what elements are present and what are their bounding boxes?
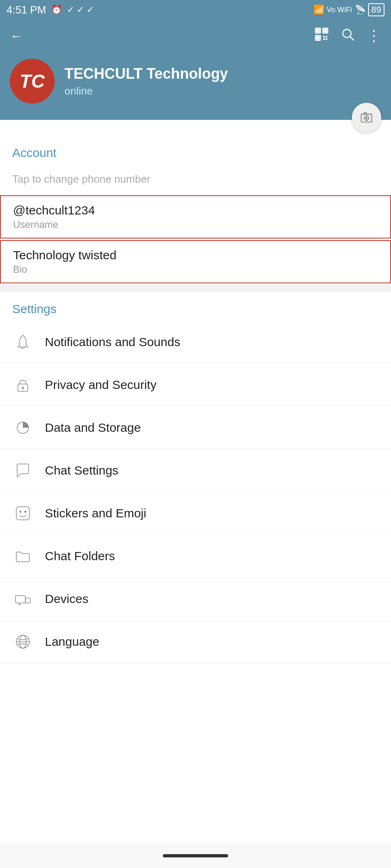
bio-field[interactable]: Technology twisted Bio	[0, 240, 391, 283]
svg-rect-5	[317, 37, 319, 39]
svg-rect-8	[323, 38, 325, 40]
language-item[interactable]: Language	[0, 621, 391, 663]
chat-folders-label: Chat Folders	[45, 549, 115, 563]
username-field[interactable]: @techcult1234 Username	[0, 195, 391, 239]
back-button[interactable]: ←	[10, 29, 23, 44]
chart-icon	[12, 417, 33, 438]
bottom-padding	[0, 663, 391, 704]
settings-section: Settings Notifications and Sounds	[0, 292, 391, 663]
globe-icon	[12, 631, 33, 652]
bell-icon	[12, 331, 33, 353]
section-divider	[0, 285, 391, 292]
status-time: 4:51 PM ⏰ ✓ ✓ ✓	[7, 4, 94, 16]
chat-icon	[12, 460, 33, 481]
data-storage-label: Data and Storage	[45, 421, 141, 435]
home-indicator	[163, 854, 228, 857]
username-value: @techcult1234	[13, 203, 378, 217]
data-storage-item[interactable]: Data and Storage	[0, 406, 391, 449]
svg-point-10	[343, 29, 351, 38]
lock-icon	[12, 374, 33, 395]
profile-status: online	[64, 85, 228, 97]
status-bar: 4:51 PM ⏰ ✓ ✓ ✓ 📶 Vo WiFi 📡 89	[0, 0, 391, 20]
bottom-bar	[0, 844, 391, 868]
top-nav: ← ⋮	[0, 20, 391, 52]
bio-label: Bio	[13, 264, 378, 275]
signal-icon: 📶	[313, 4, 324, 15]
content-area: Account Tap to change phone number @tech…	[0, 120, 391, 704]
privacy-security-item[interactable]: Privacy and Security	[0, 364, 391, 406]
svg-point-23	[20, 511, 22, 513]
search-button[interactable]	[340, 27, 355, 45]
svg-rect-25	[16, 596, 25, 603]
svg-rect-6	[323, 36, 325, 38]
devices-icon	[12, 588, 33, 610]
svg-rect-9	[326, 38, 327, 40]
svg-rect-22	[16, 507, 29, 520]
privacy-security-label: Privacy and Security	[45, 378, 156, 392]
battery-icon: 89	[368, 3, 384, 16]
profile-info: TECHCULT Technology online	[64, 65, 228, 97]
sticker-icon	[12, 503, 33, 524]
devices-item[interactable]: Devices	[0, 578, 391, 621]
alarm-icon: ⏰	[51, 4, 62, 15]
nav-left: ←	[10, 29, 23, 44]
more-options-button[interactable]: ⋮	[367, 27, 381, 44]
svg-line-11	[350, 37, 354, 40]
devices-label: Devices	[45, 592, 89, 606]
svg-rect-16	[364, 113, 367, 114]
svg-point-24	[24, 511, 27, 513]
chat-settings-item[interactable]: Chat Settings	[0, 449, 391, 492]
bio-value: Technology twisted	[13, 248, 378, 262]
notifications-sounds-item[interactable]: Notifications and Sounds	[0, 321, 391, 364]
svg-point-19	[22, 387, 24, 389]
qr-code-button[interactable]	[314, 27, 329, 45]
chat-folders-item[interactable]: Chat Folders	[0, 535, 391, 578]
username-label: Username	[13, 219, 378, 230]
svg-rect-4	[324, 29, 327, 32]
svg-rect-7	[326, 36, 327, 38]
settings-section-title: Settings	[0, 292, 391, 321]
status-right-icons: 📶 Vo WiFi 📡 89	[313, 3, 385, 16]
add-photo-button[interactable]	[352, 103, 381, 132]
account-section: Account Tap to change phone number @tech…	[0, 136, 391, 283]
camera-plus-icon	[359, 110, 374, 125]
account-section-title: Account	[0, 136, 391, 165]
chat-settings-label: Chat Settings	[45, 464, 118, 477]
stickers-emoji-item[interactable]: Stickers and Emoji	[0, 492, 391, 535]
profile-header: TC TECHCULT Technology online	[0, 52, 391, 120]
check-icons: ✓ ✓ ✓	[67, 4, 94, 15]
language-label: Language	[45, 635, 99, 649]
folder-icon	[12, 546, 33, 567]
wifi-icon: 📡	[355, 4, 366, 15]
svg-rect-26	[25, 598, 30, 603]
svg-rect-3	[317, 29, 319, 32]
stickers-emoji-label: Stickers and Emoji	[45, 506, 146, 520]
avatar[interactable]: TC	[10, 59, 55, 104]
profile-name: TECHCULT Technology	[64, 65, 228, 82]
phone-hint[interactable]: Tap to change phone number	[0, 165, 391, 194]
avatar-initials: TC	[20, 70, 44, 92]
vo-wifi-label: Vo WiFi	[327, 6, 352, 14]
nav-right: ⋮	[314, 27, 381, 45]
notifications-sounds-label: Notifications and Sounds	[45, 335, 180, 349]
